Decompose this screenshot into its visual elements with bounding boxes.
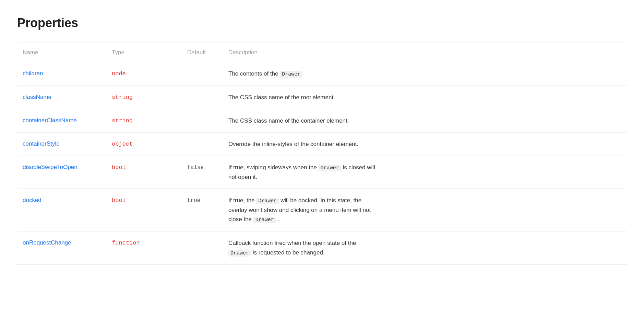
prop-name[interactable]: containerClassName	[17, 109, 106, 132]
prop-description: Callback function fired when the open st…	[223, 231, 627, 264]
table-row: onRequestChangefunctionCallback function…	[17, 231, 627, 264]
prop-default: true	[182, 189, 223, 231]
prop-name-link[interactable]: className	[23, 94, 51, 100]
header-name: Name	[17, 43, 106, 62]
table-row: childrennodeThe contents of the Drawer	[17, 62, 627, 86]
prop-default	[182, 86, 223, 109]
properties-table: Name Type Default Description childrenno…	[17, 43, 627, 265]
table-row: containerClassNamestringThe CSS class na…	[17, 109, 627, 132]
prop-name[interactable]: disableSwipeToOpen	[17, 156, 106, 189]
prop-default	[182, 132, 223, 156]
page-title: Properties	[17, 14, 627, 32]
header-default: Default	[182, 43, 223, 62]
inline-code: Drawer	[319, 165, 341, 171]
inline-code: Drawer	[253, 217, 276, 223]
prop-name[interactable]: children	[17, 62, 106, 86]
table-row: classNamestringThe CSS class name of the…	[17, 86, 627, 109]
prop-description: The CSS class name of the container elem…	[223, 109, 627, 132]
header-description: Description	[223, 43, 627, 62]
prop-name-link[interactable]: children	[23, 70, 43, 77]
prop-name-link[interactable]: disableSwipeToOpen	[23, 164, 77, 170]
prop-default	[182, 231, 223, 264]
inline-code: Drawer	[256, 198, 279, 204]
table-row: containerStyleobjectOverride the inline-…	[17, 132, 627, 156]
prop-name[interactable]: onRequestChange	[17, 231, 106, 264]
prop-type: bool	[106, 189, 182, 231]
prop-default	[182, 62, 223, 86]
prop-type: function	[106, 231, 182, 264]
prop-name[interactable]: containerStyle	[17, 132, 106, 156]
header-type: Type	[106, 43, 182, 62]
prop-name[interactable]: docked	[17, 189, 106, 231]
prop-type: string	[106, 86, 182, 109]
prop-default: false	[182, 156, 223, 189]
prop-type: node	[106, 62, 182, 86]
inline-code: Drawer	[228, 250, 251, 257]
prop-name-link[interactable]: onRequestChange	[23, 239, 71, 246]
prop-name[interactable]: className	[17, 86, 106, 109]
prop-description: If true, swiping sideways when the Drawe…	[223, 156, 627, 189]
prop-type: object	[106, 132, 182, 156]
prop-description: The contents of the Drawer	[223, 62, 627, 86]
inline-code: Drawer	[280, 71, 302, 78]
prop-description: If true, the Drawer will be docked. In t…	[223, 189, 627, 231]
prop-type: string	[106, 109, 182, 132]
prop-default	[182, 109, 223, 132]
prop-description: Override the inline-styles of the contai…	[223, 132, 627, 156]
table-row: dockedbooltrueIf true, the Drawer will b…	[17, 189, 627, 231]
prop-description: The CSS class name of the root element.	[223, 86, 627, 109]
prop-name-link[interactable]: docked	[23, 197, 41, 203]
table-row: disableSwipeToOpenboolfalseIf true, swip…	[17, 156, 627, 189]
prop-name-link[interactable]: containerStyle	[23, 140, 60, 147]
prop-name-link[interactable]: containerClassName	[23, 117, 77, 124]
prop-type: bool	[106, 156, 182, 189]
table-header-row: Name Type Default Description	[17, 43, 627, 62]
